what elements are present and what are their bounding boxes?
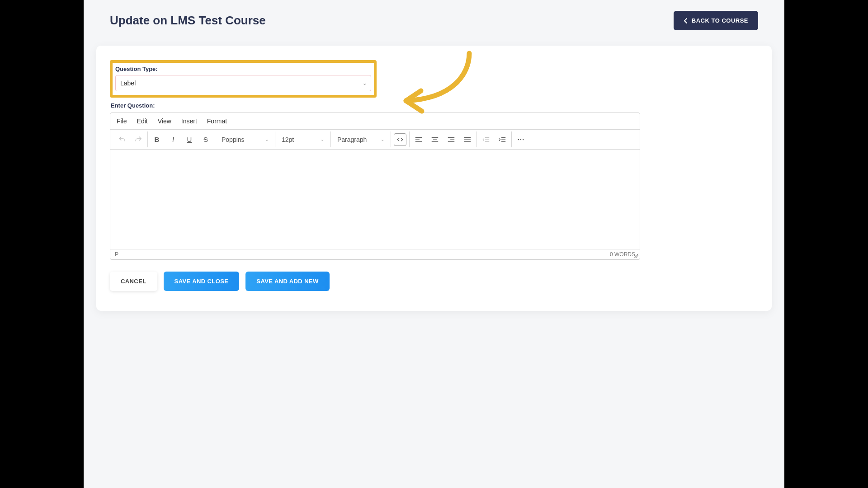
align-left-button[interactable]: [412, 133, 425, 146]
redo-icon: [134, 136, 142, 144]
enter-question-label: Enter Question:: [111, 102, 758, 109]
question-type-label: Question Type:: [115, 66, 371, 72]
action-button-row: CANCEL SAVE AND CLOSE SAVE AND ADD NEW: [110, 272, 758, 291]
italic-button[interactable]: I: [167, 133, 179, 146]
save-and-add-new-button[interactable]: SAVE AND ADD NEW: [245, 272, 329, 291]
svg-point-18: [518, 139, 519, 140]
cancel-button[interactable]: CANCEL: [110, 272, 157, 291]
block-format-dropdown[interactable]: Paragraph ⌄: [334, 133, 388, 146]
save-and-close-button[interactable]: SAVE AND CLOSE: [164, 272, 240, 291]
block-format-value: Paragraph: [337, 136, 367, 143]
chevron-down-icon: ⌄: [265, 137, 269, 142]
question-type-select-wrap: Label ⌄: [115, 75, 371, 91]
svg-point-20: [523, 139, 524, 140]
svg-point-19: [520, 139, 521, 140]
align-left-icon: [415, 136, 423, 144]
editor-menubar: File Edit View Insert Format: [110, 113, 640, 130]
resize-handle[interactable]: [634, 253, 638, 258]
page-header: Update on LMS Test Course BACK TO COURSE: [84, 0, 784, 41]
menu-file[interactable]: File: [117, 117, 127, 125]
code-button[interactable]: [394, 133, 406, 146]
align-right-icon: [447, 136, 455, 144]
align-right-button[interactable]: [445, 133, 458, 146]
page-title: Update on LMS Test Course: [110, 14, 266, 28]
font-size-dropdown[interactable]: 12pt ⌄: [278, 133, 328, 146]
editor-path: P: [115, 251, 118, 258]
align-justify-button[interactable]: [461, 133, 474, 146]
font-size-value: 12pt: [282, 136, 294, 143]
back-to-course-button[interactable]: BACK TO COURSE: [674, 11, 758, 30]
ellipsis-icon: [517, 136, 525, 144]
more-button[interactable]: [514, 133, 527, 146]
editor-toolbar: B I U S Poppins ⌄ 12pt ⌄: [110, 130, 640, 150]
code-icon: [396, 136, 404, 144]
editor-statusbar: P 0 WORDS: [110, 249, 640, 259]
chevron-down-icon: ⌄: [321, 137, 324, 142]
form-card: Question Type: Label ⌄ Enter Question: F…: [96, 46, 772, 311]
bold-button[interactable]: B: [151, 133, 163, 146]
undo-icon: [118, 136, 126, 144]
indent-button[interactable]: [496, 133, 509, 146]
question-type-highlight: Question Type: Label ⌄: [110, 60, 377, 98]
align-center-button[interactable]: [429, 133, 441, 146]
menu-edit[interactable]: Edit: [137, 117, 148, 125]
question-type-select[interactable]: Label: [115, 75, 371, 91]
outdent-icon: [482, 136, 490, 144]
chevron-down-icon: ⌄: [381, 137, 384, 142]
font-family-dropdown[interactable]: Poppins ⌄: [218, 133, 272, 146]
editor-content-area[interactable]: [110, 150, 640, 249]
rich-text-editor: File Edit View Insert Format B I: [110, 113, 640, 260]
chevron-left-icon: [684, 18, 688, 24]
menu-format[interactable]: Format: [207, 117, 227, 125]
back-button-label: BACK TO COURSE: [692, 17, 748, 24]
redo-button[interactable]: [132, 133, 145, 146]
indent-icon: [498, 136, 506, 144]
menu-view[interactable]: View: [158, 117, 171, 125]
align-justify-icon: [463, 136, 472, 144]
underline-button[interactable]: U: [183, 133, 196, 146]
strikethrough-button[interactable]: S: [199, 133, 212, 146]
outdent-button[interactable]: [480, 133, 492, 146]
font-family-value: Poppins: [222, 136, 245, 143]
align-center-icon: [431, 136, 439, 144]
editor-word-count: 0 WORDS: [610, 251, 635, 258]
page-container: Update on LMS Test Course BACK TO COURSE…: [84, 0, 784, 488]
undo-button[interactable]: [116, 133, 128, 146]
menu-insert[interactable]: Insert: [181, 117, 197, 125]
